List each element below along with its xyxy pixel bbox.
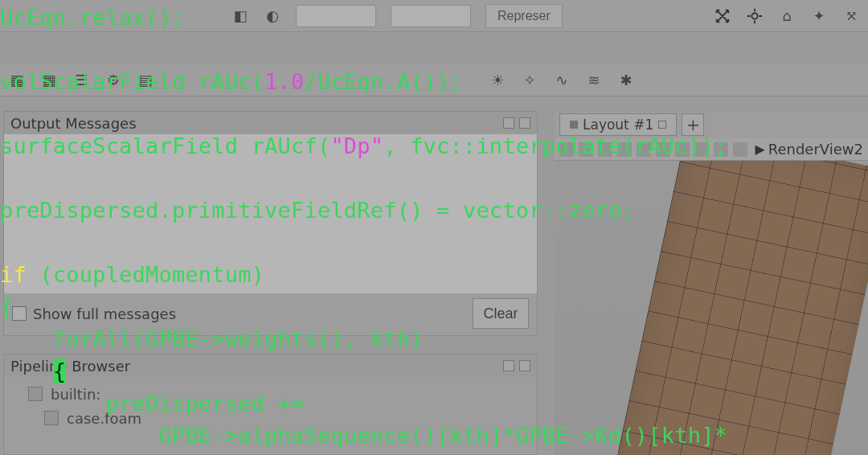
layout-tabbar: Layout #1 +: [555, 111, 868, 138]
checkbox-icon[interactable]: [12, 306, 27, 321]
layout-tab[interactable]: Layout #1: [559, 113, 677, 136]
svg-point-0: [751, 13, 757, 18]
pipeline-item[interactable]: builtin:: [28, 382, 513, 406]
add-layout-tab[interactable]: +: [682, 113, 704, 136]
layout-tab-label: Layout #1: [583, 117, 653, 133]
panel-title: Pipeline Browser: [10, 358, 130, 375]
panel-close-icon[interactable]: [519, 117, 530, 129]
show-full-messages-label: Show full messages: [33, 305, 176, 322]
rendered-mesh: [604, 161, 868, 455]
tool-icon[interactable]: ◧: [231, 7, 249, 25]
zoom-fit-icon[interactable]: [746, 7, 764, 25]
toolbar-input-2[interactable]: [391, 5, 471, 27]
file-icon: [44, 411, 59, 425]
render-tool-icon[interactable]: [733, 142, 747, 157]
arrows-cross-icon[interactable]: [714, 7, 731, 25]
panel-header: Output Messages: [4, 112, 537, 134]
axes-icon[interactable]: ⤧: [842, 7, 860, 25]
render-tool-icon[interactable]: [598, 142, 612, 157]
cube-icon[interactable]: ▦: [40, 72, 58, 89]
render-view-toolbar: ▶ RenderView2: [555, 138, 868, 161]
output-messages-body: [4, 134, 537, 293]
pipeline-item-label: builtin:: [51, 386, 100, 403]
spark-icon[interactable]: ✧: [521, 72, 538, 89]
pipeline-item-label: case.foam: [67, 410, 141, 427]
render-view-label: RenderView2: [768, 141, 863, 158]
star-icon[interactable]: ✱: [617, 72, 635, 89]
render-tool-icon[interactable]: [656, 142, 670, 157]
panel-float-icon[interactable]: [503, 117, 514, 129]
render-canvas[interactable]: [555, 161, 868, 455]
pipeline-item[interactable]: case.foam: [28, 406, 513, 430]
compass-icon[interactable]: ✦: [810, 7, 828, 25]
home-icon[interactable]: ⌂: [778, 7, 796, 25]
toolbar-input-1[interactable]: [296, 5, 376, 27]
panel-title: Output Messages: [10, 115, 137, 132]
pipeline-browser-panel: Pipeline Browser builtin: case.foam: [3, 354, 538, 455]
tool-icon[interactable]: ◐: [264, 7, 281, 25]
main-toolbar-row1: ◧ ◐ Represer ⌂ ✦ ⤧: [0, 0, 868, 32]
representation-button[interactable]: Represer: [485, 4, 563, 28]
render-tool-icon[interactable]: [714, 142, 728, 157]
clear-button[interactable]: Clear: [473, 298, 529, 329]
panel-float-icon[interactable]: [503, 360, 514, 371]
layers-icon[interactable]: ▤: [137, 72, 154, 89]
server-icon: [28, 387, 43, 401]
render-tool-icon[interactable]: [675, 142, 690, 157]
tab-dot-icon: [570, 121, 578, 129]
wind-icon[interactable]: ≋: [585, 72, 603, 89]
render-tool-icon[interactable]: [559, 142, 574, 157]
gear-icon[interactable]: ⚙: [104, 72, 122, 89]
render-area: Layout #1 + ▶ RenderView2: [555, 111, 868, 455]
arrow-right-icon: ▶: [755, 141, 764, 157]
cube-icon[interactable]: ▦: [8, 72, 26, 89]
light-icon[interactable]: ☀: [489, 72, 506, 89]
output-messages-panel: Output Messages Show full messages Clear: [3, 111, 538, 336]
main-toolbar-row2: ▦ ▦ ☰ ⚙ ▤ ☀ ✧ ∿ ≋ ✱: [0, 64, 868, 96]
render-tool-icon[interactable]: [694, 142, 709, 157]
show-full-messages-checkbox[interactable]: Show full messages: [12, 305, 176, 322]
panel-close-icon[interactable]: [519, 360, 530, 371]
render-tool-icon[interactable]: [637, 142, 651, 157]
render-tool-icon[interactable]: [579, 142, 593, 157]
tree-icon[interactable]: ☰: [72, 72, 90, 89]
tab-close-icon[interactable]: [658, 121, 666, 129]
wave-icon[interactable]: ∿: [553, 72, 571, 89]
render-tool-icon[interactable]: [617, 142, 632, 157]
panel-header: Pipeline Browser: [4, 355, 537, 377]
